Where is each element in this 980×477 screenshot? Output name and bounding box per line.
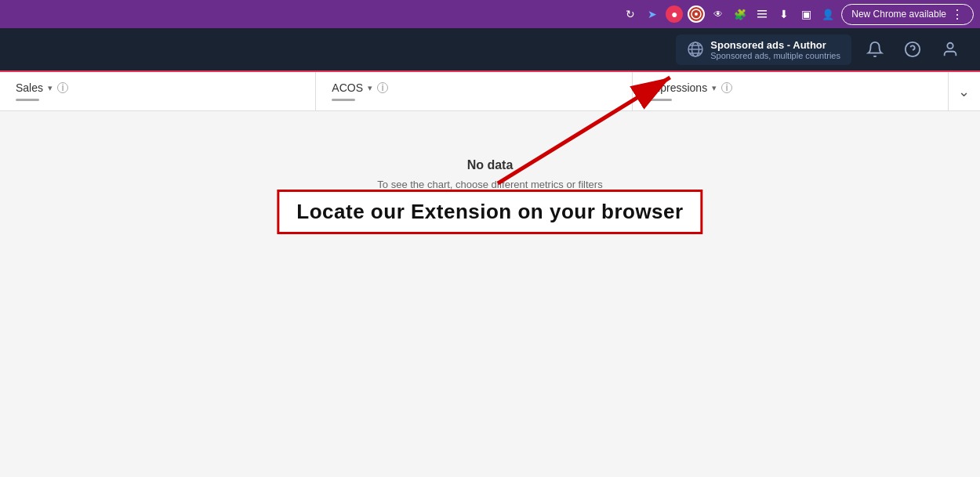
sponsored-subtitle: Sponsored ads, multiple countries	[710, 51, 840, 60]
svg-rect-2	[757, 10, 767, 12]
help-button[interactable]	[898, 35, 927, 63]
no-data-subtitle: To see the chart, choose different metri…	[16, 179, 964, 190]
download-icon[interactable]: ⬇	[775, 5, 793, 23]
metric-cell-sales: Sales ▾ i	[0, 72, 316, 110]
sponsored-info-panel: Sponsored ads - Author Sponsored ads, mu…	[676, 34, 851, 65]
no-data-title: No data	[16, 158, 964, 172]
acos-chevron-icon[interactable]: ▾	[368, 83, 372, 93]
chrome-browser-bar: ↻ ➤ ● 👁 🧩 ⬇ ▣ 👤 New Chrome available ⋮	[0, 0, 980, 28]
impressions-info-icon[interactable]: i	[721, 82, 732, 93]
globe-icon	[687, 41, 704, 58]
sponsored-text: Sponsored ads - Author Sponsored ads, mu…	[710, 39, 840, 60]
record-icon[interactable]: ●	[666, 5, 683, 23]
svg-rect-3	[757, 13, 767, 15]
list-icon[interactable]	[753, 5, 771, 23]
user-avatar-icon[interactable]: 👤	[819, 5, 837, 23]
bell-button[interactable]	[861, 35, 889, 63]
chevron-down-icon: ⌄	[958, 83, 970, 100]
extension-arrow-icon[interactable]: ➤	[644, 5, 661, 23]
new-chrome-label: New Chrome available	[851, 9, 946, 20]
svg-point-1	[695, 13, 698, 16]
sales-value-bar	[16, 99, 39, 101]
tablet-icon[interactable]: ▣	[797, 5, 815, 23]
reload-icon[interactable]: ↻	[622, 5, 639, 23]
puzzle-icon[interactable]: 🧩	[731, 5, 749, 23]
impressions-chevron-icon[interactable]: ▾	[712, 83, 717, 93]
metric-sales-label: Sales	[16, 81, 43, 94]
no-data-area: No data To see the chart, choose differe…	[0, 111, 980, 206]
impressions-value-bar	[648, 99, 672, 101]
acos-info-icon[interactable]: i	[377, 82, 388, 93]
sales-chevron-icon[interactable]: ▾	[48, 83, 53, 93]
eye-icon[interactable]: 👁	[710, 5, 727, 23]
svg-rect-4	[757, 16, 767, 18]
metric-acos-label: ACOS	[332, 81, 363, 94]
main-content: Sales ▾ i ACOS ▾ i Impressions ▾ i ⌄	[0, 72, 980, 477]
active-extension-icon[interactable]	[688, 5, 705, 23]
metrics-expand-button[interactable]: ⌄	[949, 72, 980, 110]
metrics-row: Sales ▾ i ACOS ▾ i Impressions ▾ i ⌄	[0, 72, 980, 111]
user-button[interactable]	[936, 35, 964, 63]
svg-point-12	[947, 43, 953, 49]
metric-impressions-label: Impressions	[648, 81, 707, 94]
more-options-icon[interactable]: ⋮	[951, 7, 964, 22]
metric-cell-acos: ACOS ▾ i	[316, 72, 632, 110]
metric-cell-impressions: Impressions ▾ i	[633, 72, 949, 110]
sponsored-title: Sponsored ads - Author	[710, 39, 840, 51]
sales-info-icon[interactable]: i	[57, 82, 68, 93]
acos-value-bar	[332, 99, 355, 101]
app-header: Sponsored ads - Author Sponsored ads, mu…	[0, 28, 980, 72]
new-chrome-button[interactable]: New Chrome available ⋮	[841, 4, 974, 25]
